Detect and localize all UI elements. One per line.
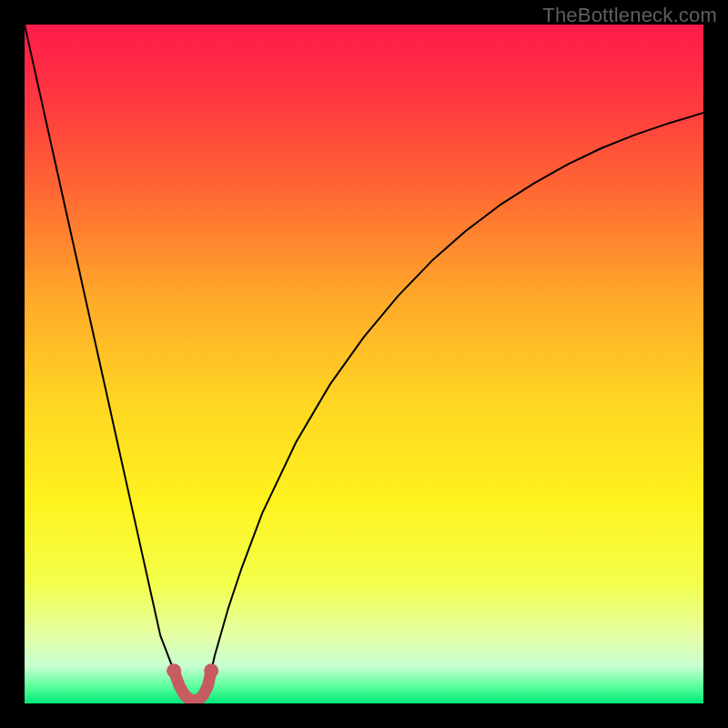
well-end-dot-0	[167, 663, 181, 678]
chart-frame: TheBottleneck.com	[0, 0, 728, 728]
plot-area	[25, 25, 703, 703]
gradient-background	[25, 25, 703, 703]
well-end-dot-1	[204, 663, 218, 678]
chart-svg	[25, 25, 703, 703]
watermark-label: TheBottleneck.com	[542, 4, 717, 27]
